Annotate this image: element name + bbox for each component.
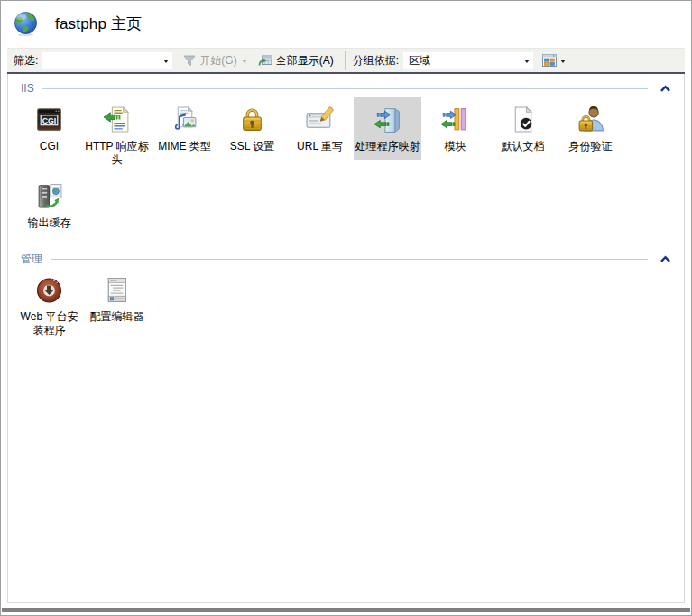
feature-tile-label: Web 平台安装程序	[16, 310, 82, 337]
feature-configuration-editor[interactable]: 配置编辑器	[83, 267, 151, 330]
feature-tile-label: 输出缓存	[28, 216, 71, 230]
feature-tile-label: 模块	[445, 140, 466, 153]
group-by-combobox[interactable]: 区域	[403, 52, 533, 69]
page-header: fastphp 主页	[1, 1, 691, 47]
feature-url-rewrite[interactable]: URL 重写	[286, 97, 354, 160]
output-caching-icon	[34, 181, 64, 211]
feature-tile-grid: CGI HTTP 响应标头 MIME 类型 SSL 设置 URL 重写 处理程序…	[13, 97, 681, 236]
cgi-icon	[34, 105, 64, 134]
feature-tile-label: SSL 设置	[230, 140, 275, 153]
feature-tile-label: CGI	[40, 140, 59, 153]
feature-view-toolbar: 筛选: 开始(G) 全部显示(A) 分组依据: 区域	[7, 48, 685, 74]
toolbar-separator	[345, 51, 346, 70]
http-headers-icon	[102, 105, 132, 134]
feature-tile-label: 处理程序映射	[355, 140, 420, 153]
feature-tile-grid: Web 平台安装程序 配置编辑器	[13, 267, 681, 344]
collapse-section-button[interactable]	[658, 83, 672, 94]
section-divider	[51, 259, 648, 260]
section-header: 管理	[21, 252, 672, 266]
chevron-down-icon	[560, 60, 566, 66]
page-title: fastphp 主页	[55, 14, 143, 34]
section-title: IIS	[21, 82, 34, 95]
group-by-label: 分组依据:	[353, 53, 399, 69]
section-header: IIS	[21, 81, 672, 96]
feature-modules[interactable]: 模块	[421, 97, 489, 160]
feature-web-platform-installer[interactable]: Web 平台安装程序	[15, 267, 83, 344]
ssl-settings-icon	[237, 105, 267, 134]
chevron-down-icon	[163, 60, 169, 66]
globe-icon	[12, 10, 40, 38]
default-document-icon	[508, 105, 538, 134]
feature-mime-types[interactable]: MIME 类型	[151, 97, 218, 160]
modules-icon	[440, 105, 470, 134]
section-title: 管理	[21, 252, 42, 267]
feature-ssl-settings[interactable]: SSL 设置	[218, 97, 286, 160]
feature-cgi[interactable]: CGI	[15, 97, 83, 160]
filter-label: 筛选:	[14, 53, 38, 69]
url-rewrite-icon	[305, 105, 335, 134]
feature-default-document[interactable]: 默认文档	[489, 97, 557, 160]
web-platform-installer-icon	[34, 275, 64, 305]
feature-tile-label: 身份验证	[569, 140, 613, 153]
feature-handler-mappings[interactable]: 处理程序映射	[354, 97, 421, 160]
view-mode-button[interactable]	[539, 51, 568, 70]
feature-tile-label: 默认文档	[502, 140, 545, 153]
funnel-icon	[183, 54, 196, 67]
window-bottom-splitter[interactable]	[2, 608, 690, 612]
chevron-up-icon	[659, 254, 672, 264]
mime-types-icon	[170, 105, 199, 134]
show-all-label: 全部显示(A)	[276, 53, 334, 69]
go-label: 开始(G)	[199, 53, 236, 69]
chevron-down-icon	[524, 60, 530, 66]
feature-tile-label: HTTP 响应标头	[84, 140, 150, 167]
filter-combobox[interactable]	[42, 52, 172, 69]
section-management: 管理 Web 平台安装程序 配置编辑器	[13, 252, 681, 344]
handler-mappings-icon	[373, 105, 402, 134]
feature-tile-label: 配置编辑器	[90, 310, 144, 324]
authentication-icon	[576, 105, 605, 134]
iis-manager-feature-view: fastphp 主页 筛选: 开始(G) 全部显示(A) 分组依据: 区域	[0, 0, 692, 616]
feature-view-content: IIS CGI HTTP 响应标头 MIME 类型 SSL 设置 URL 重写 …	[7, 74, 685, 603]
feature-authentication[interactable]: 身份验证	[557, 97, 624, 160]
go-button[interactable]: 开始(G)	[180, 51, 239, 70]
collapse-section-button[interactable]	[658, 253, 672, 264]
feature-tile-label: URL 重写	[297, 140, 343, 153]
view-split-icon	[541, 52, 558, 69]
group-by-value: 区域	[409, 53, 430, 69]
show-all-icon	[258, 53, 272, 68]
go-dropdown-icon[interactable]	[242, 60, 247, 66]
chevron-up-icon	[659, 84, 672, 94]
section-divider	[42, 88, 648, 89]
feature-tile-label: MIME 类型	[158, 140, 211, 153]
show-all-button[interactable]: 全部显示(A)	[255, 51, 337, 70]
feature-http-headers[interactable]: HTTP 响应标头	[83, 97, 151, 173]
configuration-editor-icon	[102, 275, 132, 305]
section-iis: IIS CGI HTTP 响应标头 MIME 类型 SSL 设置 URL 重写 …	[13, 81, 681, 236]
feature-output-caching[interactable]: 输出缓存	[15, 173, 83, 236]
